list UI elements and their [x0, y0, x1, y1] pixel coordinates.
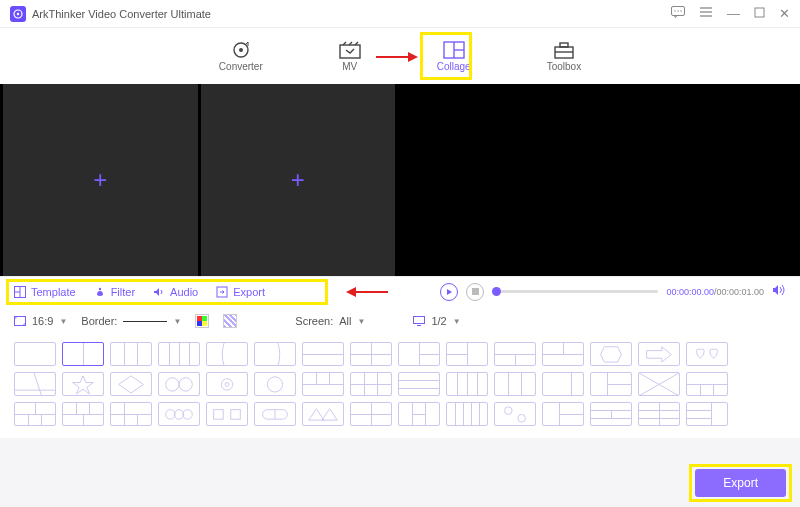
- export-icon: [216, 286, 228, 298]
- tpl-2circ[interactable]: [158, 372, 200, 396]
- maximize-button[interactable]: [754, 6, 765, 21]
- tpl-star[interactable]: [62, 372, 104, 396]
- app-title: ArkThinker Video Converter Ultimate: [32, 8, 671, 20]
- tpl-1t-3b[interactable]: [686, 372, 728, 396]
- add-media-slot-2[interactable]: +: [201, 84, 396, 276]
- nav-collage[interactable]: Collage: [429, 37, 479, 76]
- add-media-slot-1[interactable]: +: [3, 84, 198, 276]
- tpl-2row[interactable]: [302, 342, 344, 366]
- timeline-slider[interactable]: [492, 290, 658, 293]
- tpl-pill[interactable]: [254, 402, 296, 426]
- tpl-trapez[interactable]: [14, 372, 56, 396]
- color-picker[interactable]: [195, 314, 209, 328]
- converter-icon: [230, 41, 252, 59]
- tpl-offset[interactable]: [590, 372, 632, 396]
- tpl-brick2[interactable]: [62, 402, 104, 426]
- tpl-1l-2r-b[interactable]: [542, 402, 584, 426]
- tpl-1-2r[interactable]: [398, 342, 440, 366]
- app-logo-icon: [10, 6, 26, 22]
- tpl-2t-1b[interactable]: [542, 342, 584, 366]
- svg-point-24: [98, 287, 100, 289]
- nav-converter[interactable]: Converter: [211, 37, 271, 76]
- playback-controls: 00:00:00.00/00:00:01.00: [440, 283, 800, 301]
- tpl-circ[interactable]: [254, 372, 296, 396]
- stop-button[interactable]: [466, 283, 484, 301]
- mv-icon: [339, 41, 361, 59]
- feedback-icon[interactable]: [671, 6, 685, 21]
- tpl-arrow[interactable]: [638, 342, 680, 366]
- svg-marker-38: [119, 376, 144, 393]
- tab-export[interactable]: Export: [216, 286, 265, 298]
- aspect-dropdown[interactable]: 16:9 ▼: [14, 315, 67, 327]
- play-button[interactable]: [440, 283, 458, 301]
- tpl-curve-l[interactable]: [206, 342, 248, 366]
- tpl-4way[interactable]: [638, 372, 680, 396]
- svg-point-47: [174, 410, 184, 420]
- tpl-5cell[interactable]: [110, 402, 152, 426]
- tpl-diamond[interactable]: [110, 372, 152, 396]
- tpl-2x3[interactable]: [350, 372, 392, 396]
- svg-rect-17: [560, 43, 568, 47]
- top-nav: Converter MV Collage Toolbox: [0, 28, 800, 84]
- tpl-3t-1b[interactable]: [302, 372, 344, 396]
- plus-icon: +: [93, 166, 107, 194]
- editor-area: + +: [0, 84, 800, 276]
- tpl-gear[interactable]: [206, 372, 248, 396]
- nav-mv[interactable]: MV: [331, 37, 369, 76]
- volume-icon[interactable]: [772, 284, 786, 299]
- tpl-3row[interactable]: [398, 372, 440, 396]
- screen-dropdown[interactable]: Screen: All ▼: [295, 315, 365, 327]
- tpl-3col-b[interactable]: [494, 372, 536, 396]
- svg-rect-50: [231, 410, 241, 420]
- tpl-3col[interactable]: [110, 342, 152, 366]
- tpl-brick[interactable]: [14, 402, 56, 426]
- chevron-down-icon: ▼: [173, 317, 181, 326]
- close-button[interactable]: ✕: [779, 6, 790, 21]
- tpl-1t-2b[interactable]: [494, 342, 536, 366]
- svg-marker-54: [322, 409, 337, 420]
- tpl-dots[interactable]: [494, 402, 536, 426]
- screen-icon: [413, 316, 425, 326]
- tpl-hex[interactable]: [590, 342, 632, 366]
- tpl-single[interactable]: [14, 342, 56, 366]
- svg-rect-28: [472, 288, 479, 295]
- footer: Export: [695, 469, 786, 497]
- tpl-2l-1[interactable]: [446, 342, 488, 366]
- tpl-2x2-b[interactable]: [350, 402, 392, 426]
- tpl-6cell[interactable]: [638, 402, 680, 426]
- tpl-hearts[interactable]: [686, 342, 728, 366]
- template-options: 16:9 ▼ Border: ▼ Screen: All ▼ 1/2 ▼: [0, 306, 800, 336]
- tpl-2sq[interactable]: [206, 402, 248, 426]
- tpl-curve-r[interactable]: [254, 342, 296, 366]
- tpl-4col[interactable]: [158, 342, 200, 366]
- preview-slot-2: [605, 84, 798, 276]
- export-button[interactable]: Export: [695, 469, 786, 497]
- svg-rect-12: [340, 45, 360, 58]
- minimize-button[interactable]: —: [727, 6, 740, 21]
- svg-marker-20: [408, 52, 418, 62]
- chevron-down-icon: ▼: [453, 317, 461, 326]
- tpl-2col[interactable]: [62, 342, 104, 366]
- svg-point-41: [221, 379, 232, 390]
- tpl-3circ[interactable]: [158, 402, 200, 426]
- tpl-3l[interactable]: [686, 402, 728, 426]
- plus-icon: +: [291, 166, 305, 194]
- tpl-2top[interactable]: [398, 402, 440, 426]
- tpl-4col-b[interactable]: [446, 372, 488, 396]
- preview-slot-1: [409, 84, 602, 276]
- tpl-1-thin[interactable]: [542, 372, 584, 396]
- tab-filter[interactable]: Filter: [94, 286, 135, 298]
- tpl-strip[interactable]: [590, 402, 632, 426]
- menu-icon[interactable]: [699, 6, 713, 21]
- tpl-5col[interactable]: [446, 402, 488, 426]
- tab-template[interactable]: Template: [14, 286, 76, 298]
- tpl-2x2[interactable]: [350, 342, 392, 366]
- page-dropdown[interactable]: 1/2 ▼: [413, 315, 460, 327]
- tpl-2tri[interactable]: [302, 402, 344, 426]
- nav-toolbox[interactable]: Toolbox: [539, 37, 589, 76]
- border-control[interactable]: Border: ▼: [81, 315, 181, 327]
- aspect-icon: [14, 316, 26, 326]
- tab-audio[interactable]: Audio: [153, 286, 198, 298]
- svg-point-39: [166, 378, 179, 391]
- pattern-picker[interactable]: [223, 314, 237, 328]
